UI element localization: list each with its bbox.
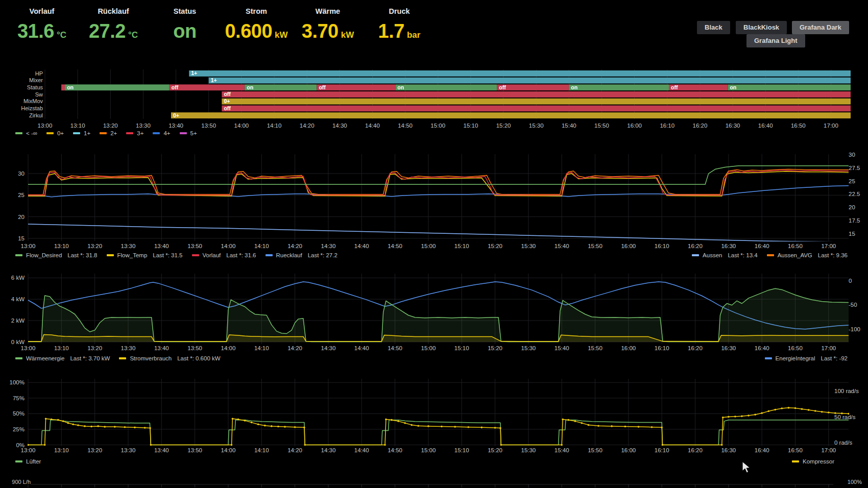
time-tick-label: 14:30 xyxy=(332,123,347,129)
legend-label: Wärmeenergie xyxy=(26,355,64,361)
series-marker xyxy=(134,427,136,429)
legend-item-EnergieIntegral[interactable]: EnergieIntegralLast *: -92 xyxy=(765,355,848,361)
time-tick-label: 13:30 xyxy=(136,123,151,129)
stat-title: Wärme xyxy=(292,7,364,15)
legend-swatch xyxy=(100,132,107,134)
chart-temperatures: 13:0013:1013:2013:3013:4013:5014:0014:10… xyxy=(0,149,868,252)
legend-item-Ruecklauf[interactable]: RuecklaufLast *: 27.2 xyxy=(266,252,337,258)
timeline-segment xyxy=(65,84,170,90)
cursor-arrow xyxy=(742,461,750,473)
series-marker xyxy=(828,411,830,413)
legend-item-Vorlauf[interactable]: VorlaufLast *: 31.6 xyxy=(192,252,256,258)
series-marker xyxy=(397,420,399,422)
timeline-segment xyxy=(189,70,851,77)
chart-fan-compressor: 13:0013:1013:2013:3013:4013:5014:0014:10… xyxy=(0,376,868,454)
theme-button-grafana-light[interactable]: Grafana Light xyxy=(746,34,805,47)
series-marker xyxy=(638,426,640,428)
time-tick-label: 15:10 xyxy=(464,123,478,129)
timeline-segment-label: off xyxy=(671,84,678,90)
series-marker xyxy=(150,444,152,446)
time-tick-label: 13:40 xyxy=(154,243,169,249)
legend-swatch xyxy=(15,357,22,359)
series-marker xyxy=(481,427,483,429)
series-marker xyxy=(500,444,502,446)
legend-item[interactable]: < -∞ xyxy=(15,130,37,136)
time-tick-label: 13:10 xyxy=(70,123,85,129)
series-marker xyxy=(588,424,590,426)
time-tick-label: 13:50 xyxy=(187,345,202,351)
time-tick-label: 16:40 xyxy=(755,243,769,249)
stat-value: on xyxy=(173,20,196,42)
stat-value: 0.600 xyxy=(225,20,272,42)
timeline-row-label: Zirkul xyxy=(29,112,43,118)
legend-item[interactable]: 0+ xyxy=(46,130,64,136)
time-tick-label: 15:30 xyxy=(521,243,536,249)
time-tick-label: 14:00 xyxy=(234,123,249,129)
legend-item[interactable]: 5+ xyxy=(180,130,197,136)
timeline-row-label: Sw xyxy=(35,91,43,97)
legend-item-Flow_Desired[interactable]: Flow_DesiredLast *: 31.8 xyxy=(15,252,98,258)
time-tick-label: 16:40 xyxy=(755,447,769,453)
legend-item-Aussen[interactable]: AussenLast *: 13.4 xyxy=(692,252,758,258)
time-tick-label: 14:30 xyxy=(321,447,336,453)
legend-item[interactable]: 4+ xyxy=(153,130,170,136)
time-tick-label: 15:00 xyxy=(421,345,436,351)
series-marker xyxy=(721,444,723,446)
time-tick-label: 14:50 xyxy=(388,243,402,249)
grafana-dashboard: Vorlauf 31.6°C Rücklauf 27.2°C Status on… xyxy=(0,0,868,488)
time-tick-label: 15:40 xyxy=(562,123,576,129)
series-marker xyxy=(231,444,233,446)
time-tick-label: 15:10 xyxy=(454,447,469,453)
legend-item-Flow_Temp[interactable]: Flow_TempLast *: 31.5 xyxy=(107,252,183,258)
state-timeline-legend: < -∞0+1+2+3+4+5+ xyxy=(15,130,197,136)
time-tick-label: 14:40 xyxy=(354,243,369,249)
y-axis-tick-label: 6 kW xyxy=(11,275,25,281)
series-marker xyxy=(562,419,564,421)
theme-button-blackkiosk[interactable]: BlackKiosk xyxy=(736,21,787,34)
theme-button-black[interactable]: Black xyxy=(697,21,730,34)
time-tick-label: 15:30 xyxy=(529,123,544,129)
legend-item-Wärmeenergie[interactable]: WärmeenergieLast *: 3.70 kW xyxy=(15,355,110,361)
y-axis-tick-label: 75% xyxy=(13,395,25,401)
timeline-segment xyxy=(222,91,851,97)
legend-label: Ruecklauf xyxy=(276,252,302,258)
series-marker xyxy=(84,425,86,427)
time-tick-label: 16:40 xyxy=(758,123,773,129)
stat-strom: Strom 0.600kW xyxy=(221,3,292,52)
series-marker xyxy=(741,416,743,418)
bottom-panel-grid xyxy=(0,482,868,488)
stat-ruecklauf: Rücklauf 27.2°C xyxy=(78,3,149,52)
stat-value: 31.6 xyxy=(17,20,54,42)
legend-swatch xyxy=(767,254,774,256)
time-tick-label: 13:00 xyxy=(38,123,53,129)
legend-item[interactable]: 1+ xyxy=(73,130,90,136)
legend-item-Aussen_AVG[interactable]: Aussen_AVGLast *: 9.36 xyxy=(767,252,848,258)
legend-label: Kompressor xyxy=(803,458,834,465)
legend-label: 3+ xyxy=(137,130,143,136)
series-fill-Wärmeenergie xyxy=(28,288,849,342)
y-axis-tick-label: 0 kW xyxy=(11,339,25,345)
legend-item-Stromverbrauch[interactable]: StromverbrauchLast *: 0.600 kW xyxy=(119,355,220,361)
theme-button-grafana-dark[interactable]: Grafana Dark xyxy=(792,21,849,34)
timeline-row-label: Heizstab xyxy=(21,105,43,111)
time-tick-label: 14:20 xyxy=(287,447,302,453)
legend-item-Lüfter[interactable]: Lüfter xyxy=(15,458,41,465)
time-tick-label: 14:30 xyxy=(321,243,336,249)
chart-temperatures-legend-right: AussenLast *: 13.4Aussen_AVGLast *: 9.36 xyxy=(692,252,848,258)
timeline-segment-label: 0+ xyxy=(224,98,230,104)
time-tick-label: 13:40 xyxy=(154,447,169,453)
stat-value: 27.2 xyxy=(89,20,126,42)
y-axis-right-tick-label: -100 xyxy=(849,326,860,332)
legend-item[interactable]: 3+ xyxy=(126,130,143,136)
series-marker xyxy=(624,426,626,428)
y-axis-right-tick-label: 0 rad/s xyxy=(834,440,852,446)
time-tick-label: 16:10 xyxy=(655,345,669,351)
legend-item[interactable]: 2+ xyxy=(100,130,117,136)
y-axis-right-tick-label: -50 xyxy=(849,302,857,308)
legend-item-Kompressor[interactable]: Kompressor xyxy=(792,458,834,465)
series-marker xyxy=(51,419,53,421)
stat-status: Status on xyxy=(149,3,221,52)
time-tick-label: 14:50 xyxy=(388,345,402,351)
timeline-segment-label: off xyxy=(224,105,231,111)
time-tick-label: 15:50 xyxy=(588,243,602,249)
